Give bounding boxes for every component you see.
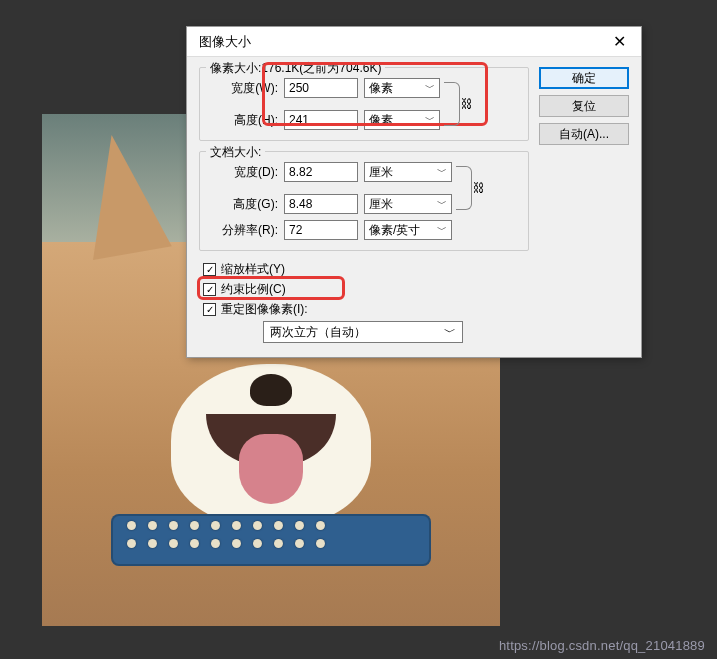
- auto-button[interactable]: 自动(A)...: [539, 123, 629, 145]
- resolution-unit-value: 像素/英寸: [369, 222, 420, 239]
- pixel-width-label: 宽度(W):: [208, 80, 278, 97]
- close-icon: ✕: [613, 32, 626, 51]
- resample-checkbox[interactable]: [203, 303, 216, 316]
- resolution-unit-select[interactable]: 像素/英寸 ﹀: [364, 220, 452, 240]
- constrain-proportions-row[interactable]: 约束比例(C): [203, 281, 529, 298]
- pixel-link-bracket: ⛓: [444, 82, 460, 126]
- dog-tongue: [239, 434, 303, 504]
- scale-styles-checkbox[interactable]: [203, 263, 216, 276]
- doc-height-unit-value: 厘米: [369, 196, 393, 213]
- dialog-title: 图像大小: [199, 33, 251, 51]
- dog-nose: [250, 374, 292, 406]
- doc-link-bracket: ⛓: [456, 166, 472, 210]
- constrain-checkbox[interactable]: [203, 283, 216, 296]
- doc-height-input[interactable]: [284, 194, 358, 214]
- resolution-input[interactable]: [284, 220, 358, 240]
- pixel-width-input[interactable]: [284, 78, 358, 98]
- image-size-dialog: 图像大小 ✕ 像素大小:176.1K(之前为704.6K) 宽度(W): 像素: [186, 26, 642, 358]
- watermark-text: https://blog.csdn.net/qq_21041889: [499, 638, 705, 653]
- pixel-height-unit-value: 像素: [369, 112, 393, 129]
- close-button[interactable]: ✕: [605, 28, 633, 56]
- pixel-height-input[interactable]: [284, 110, 358, 130]
- doc-height-label: 高度(G):: [208, 196, 278, 213]
- link-icon[interactable]: ⛓: [461, 97, 473, 111]
- ok-button[interactable]: 确定: [539, 67, 629, 89]
- doc-width-input[interactable]: [284, 162, 358, 182]
- doc-size-legend: 文档大小:: [206, 144, 265, 161]
- doc-width-unit-select[interactable]: 厘米 ﹀: [364, 162, 452, 182]
- pixel-height-unit-select[interactable]: 像素 ﹀: [364, 110, 440, 130]
- resample-method-select[interactable]: 两次立方（自动） ﹀: [263, 321, 463, 343]
- doc-height-unit-select[interactable]: 厘米 ﹀: [364, 194, 452, 214]
- scale-styles-label: 缩放样式(Y): [221, 261, 285, 278]
- scale-styles-row[interactable]: 缩放样式(Y): [203, 261, 529, 278]
- pixel-dim-legend: 像素大小:176.1K(之前为704.6K): [206, 60, 385, 77]
- pixel-width-unit-select[interactable]: 像素 ﹀: [364, 78, 440, 98]
- chevron-down-icon: ﹀: [437, 165, 447, 179]
- pixel-height-label: 高度(H):: [208, 112, 278, 129]
- pixel-width-unit-value: 像素: [369, 80, 393, 97]
- chevron-down-icon: ﹀: [444, 324, 456, 341]
- constrain-label: 约束比例(C): [221, 281, 286, 298]
- chevron-down-icon: ﹀: [425, 113, 435, 127]
- resample-method-value: 两次立方（自动）: [270, 324, 366, 341]
- dog-collar: [111, 514, 431, 566]
- chevron-down-icon: ﹀: [425, 81, 435, 95]
- pixel-dimensions-group: 像素大小:176.1K(之前为704.6K) 宽度(W): 像素 ﹀: [199, 67, 529, 141]
- chevron-down-icon: ﹀: [437, 223, 447, 237]
- chevron-down-icon: ﹀: [437, 197, 447, 211]
- document-size-group: 文档大小: 宽度(D): 厘米 ﹀ 高度(G):: [199, 151, 529, 251]
- link-icon[interactable]: ⛓: [473, 181, 485, 195]
- doc-width-unit-value: 厘米: [369, 164, 393, 181]
- resample-row[interactable]: 重定图像像素(I):: [203, 301, 529, 318]
- doc-width-label: 宽度(D):: [208, 164, 278, 181]
- resolution-label: 分辨率(R):: [208, 222, 278, 239]
- titlebar: 图像大小 ✕: [187, 27, 641, 57]
- resample-label: 重定图像像素(I):: [221, 301, 308, 318]
- reset-button[interactable]: 复位: [539, 95, 629, 117]
